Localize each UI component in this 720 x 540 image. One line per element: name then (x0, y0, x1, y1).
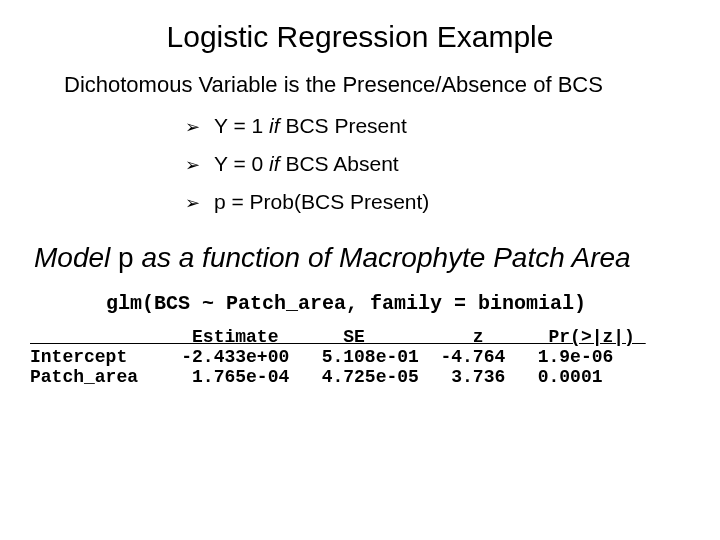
table-header-row: Estimate SE z Pr(>|z|) (30, 327, 690, 347)
bullet-item: ➢ Y = 0 if BCS Absent (185, 152, 690, 176)
bullet-prefix: Y = 1 (214, 114, 269, 137)
arrow-icon: ➢ (185, 154, 200, 176)
bullet-item: ➢ Y = 1 if BCS Present (185, 114, 690, 138)
bullet-prefix: p = Prob(BCS Present) (214, 190, 429, 213)
bullet-text: Y = 1 if BCS Present (214, 114, 407, 138)
subtitle: Dichotomous Variable is the Presence/Abs… (64, 72, 690, 98)
arrow-icon: ➢ (185, 116, 200, 138)
bullet-item: ➢ p = Prob(BCS Present) (185, 190, 690, 214)
bullet-suffix: BCS Absent (285, 152, 398, 175)
model-lead: Model (34, 242, 118, 273)
bullet-italic: if (269, 152, 285, 175)
model-tail: as a function of Macrophyte Patch Area (134, 242, 631, 273)
coefficient-table: Estimate SE z Pr(>|z|) Intercept -2.433e… (30, 327, 690, 387)
glm-call: glm(BCS ~ Patch_area, family = binomial) (106, 292, 690, 315)
bullet-text: p = Prob(BCS Present) (214, 190, 429, 214)
model-p: p (118, 242, 134, 273)
bullet-text: Y = 0 if BCS Absent (214, 152, 399, 176)
table-row: Intercept -2.433e+00 5.108e-01 -4.764 1.… (30, 347, 690, 367)
table-row: Patch_area 1.765e-04 4.725e-05 3.736 0.0… (30, 367, 690, 387)
bullet-list: ➢ Y = 1 if BCS Present ➢ Y = 0 if BCS Ab… (185, 114, 690, 214)
bullet-italic: if (269, 114, 285, 137)
page-title: Logistic Regression Example (30, 20, 690, 54)
bullet-suffix: BCS Present (285, 114, 406, 137)
bullet-prefix: Y = 0 (214, 152, 269, 175)
arrow-icon: ➢ (185, 192, 200, 214)
model-sentence: Model p as a function of Macrophyte Patc… (34, 242, 690, 274)
